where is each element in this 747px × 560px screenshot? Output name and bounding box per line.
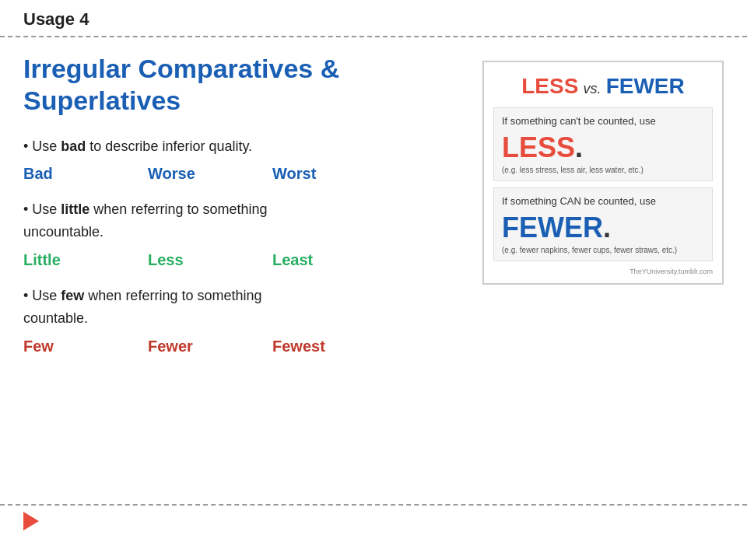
comparison-row-few: Few Fewer Fewest xyxy=(23,338,467,355)
comparison-row-bad: Bad Worse Worst xyxy=(23,165,467,183)
comp-few: Few xyxy=(23,338,148,355)
comp-less: Less xyxy=(148,251,272,269)
bottom-bar xyxy=(0,504,747,537)
lf-fewer-title: FEWER xyxy=(606,74,685,98)
play-icon[interactable] xyxy=(23,512,39,530)
bullet-few-highlight: few xyxy=(61,288,84,303)
lf-section-fewer: If something CAN be counted, use FEWER. … xyxy=(493,187,713,261)
bullet-few-middle: when referring to something xyxy=(84,288,261,303)
lf-title: LESS vs. FEWER xyxy=(493,73,713,100)
lf-less-title: LESS xyxy=(521,74,578,98)
lf-fewer-example: (e.g. fewer napkins, fewer cups, fewer s… xyxy=(502,246,704,254)
bullet-few-prefix: • Use xyxy=(23,288,61,303)
bullet-little-prefix: • Use xyxy=(23,201,61,217)
comp-fewest: Fewest xyxy=(272,338,397,355)
left-column: Irregular Comparatives & Superlatives • … xyxy=(23,53,467,371)
lf-less-example: (e.g. less stress, less air, less water,… xyxy=(502,166,704,174)
comp-worst: Worst xyxy=(272,165,397,183)
bullet-little: • Use little when referring to something… xyxy=(23,198,467,243)
lf-less-big: LESS xyxy=(502,131,575,163)
bullet-few-suffix: countable. xyxy=(23,310,88,326)
lf-if-less: If something can't be counted, use xyxy=(502,114,704,128)
right-column: LESS vs. FEWER If something can't be cou… xyxy=(482,53,724,371)
less-fewer-box: LESS vs. FEWER If something can't be cou… xyxy=(482,61,724,285)
comparison-row-little: Little Less Least xyxy=(23,251,467,269)
bullet-bad: • Use bad to describe inferior quality. xyxy=(23,135,467,158)
lf-less-dot: . xyxy=(575,131,583,163)
lf-section-less: If something can't be counted, use LESS.… xyxy=(493,107,713,181)
lf-fewer-big: FEWER xyxy=(502,212,603,243)
lf-fewer-dot: . xyxy=(603,212,611,243)
comp-bad: Bad xyxy=(23,165,148,183)
bullet-little-suffix: uncountable. xyxy=(23,224,103,240)
comp-worse: Worse xyxy=(148,165,272,183)
page-heading: Irregular Comparatives & Superlatives xyxy=(23,53,467,117)
comp-little: Little xyxy=(23,251,148,269)
top-bar: Usage 4 xyxy=(0,0,747,37)
lf-vs: vs. xyxy=(584,81,601,96)
bullet-little-middle: when referring to something xyxy=(89,201,267,217)
comp-least: Least xyxy=(272,251,397,269)
lf-attribution: TheYUniversity.tumblr.com xyxy=(493,268,713,275)
bullet-bad-prefix: • Use xyxy=(23,138,61,154)
main-content: Irregular Comparatives & Superlatives • … xyxy=(0,37,747,371)
bullet-few: • Use few when referring to something co… xyxy=(23,285,467,330)
bullet-little-highlight: little xyxy=(61,201,89,217)
comp-fewer: Fewer xyxy=(148,338,272,355)
usage-title: Usage 4 xyxy=(23,9,89,29)
bullet-bad-highlight: bad xyxy=(61,138,86,154)
bullet-bad-suffix: to describe inferior quality. xyxy=(86,138,252,154)
lf-if-fewer: If something CAN be counted, use xyxy=(502,194,704,208)
